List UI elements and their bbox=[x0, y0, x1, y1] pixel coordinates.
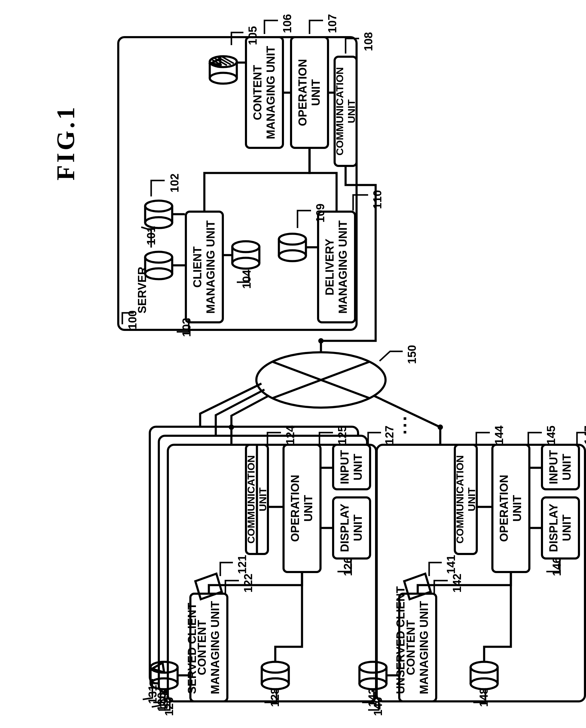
uc-communication-unit: COMMUNICATIONUNIT bbox=[454, 444, 478, 555]
content-managing-unit-label: CONTENTMANAGING UNIT bbox=[251, 46, 277, 139]
ref-110: 110 bbox=[371, 190, 384, 209]
ref-101: 101 bbox=[145, 226, 158, 245]
delivery-managing-unit: DELIVERYMANAGING UNIT bbox=[317, 210, 356, 323]
sc-operation-unit-label: OPERATIONUNIT bbox=[289, 475, 315, 542]
ref-123: 123 bbox=[157, 689, 170, 708]
ref-147: 147 bbox=[582, 426, 586, 445]
ref-102: 102 bbox=[168, 174, 181, 193]
sc-input-unit-label: INPUTUNIT bbox=[338, 450, 365, 484]
svg-point-52 bbox=[437, 424, 443, 430]
uc-input-unit-label: INPUTUNIT bbox=[547, 450, 574, 484]
ref-100: 100 bbox=[126, 310, 139, 329]
uc-content-managing-unit-label: CONTENTMANAGING UNIT bbox=[404, 601, 431, 694]
sc-content-managing-unit: CONTENTMANAGING UNIT bbox=[189, 593, 229, 702]
ref-143: 143 bbox=[366, 688, 379, 707]
content-managing-unit: CONTENTMANAGING UNIT bbox=[245, 36, 284, 149]
ref-104: 104 bbox=[240, 270, 253, 289]
sc-communication-unit-label: COMMUNICATIONUNIT bbox=[245, 455, 269, 544]
ref-105: 105 bbox=[246, 26, 259, 45]
ref-144: 144 bbox=[493, 426, 506, 445]
ref-145: 145 bbox=[545, 426, 558, 445]
ref-124: 124 bbox=[284, 426, 297, 445]
communication-unit: COMMUNICATIONUNIT bbox=[334, 56, 357, 167]
ref-128: 128 bbox=[269, 688, 282, 707]
sc-display-unit-label: DISPLAYUNIT bbox=[338, 504, 365, 552]
diagram-canvas: FIG.1 SERVER CONTENTMANAGING UNIT OPERAT… bbox=[0, 0, 586, 728]
ref-106: 106 bbox=[281, 14, 294, 33]
uc-display-unit: DISPLAYUNIT bbox=[541, 496, 580, 559]
ref-103: 103 bbox=[180, 318, 193, 337]
sc-communication-unit: COMMUNICATIONUNIT bbox=[245, 444, 269, 555]
ref-148: 148 bbox=[478, 688, 490, 707]
svg-point-50 bbox=[318, 338, 324, 344]
ref-146: 146 bbox=[551, 557, 563, 576]
figure-title: FIG.1 bbox=[51, 105, 80, 180]
operation-unit: OPERATIONUNIT bbox=[290, 36, 329, 149]
uc-content-managing-unit: CONTENTMANAGING UNIT bbox=[398, 593, 437, 702]
uc-communication-unit-label: COMMUNICATIONUNIT bbox=[454, 455, 478, 544]
sc-input-unit: INPUTUNIT bbox=[332, 444, 371, 491]
sc-display-unit: DISPLAYUNIT bbox=[332, 496, 371, 559]
uc-input-unit: INPUTUNIT bbox=[541, 444, 580, 491]
uc-operation-unit-label: OPERATIONUNIT bbox=[498, 475, 524, 542]
svg-point-40 bbox=[256, 352, 385, 408]
delivery-managing-unit-label: DELIVERYMANAGING UNIT bbox=[323, 220, 349, 313]
server-title: SERVER bbox=[136, 267, 149, 313]
ref-125: 125 bbox=[336, 426, 349, 445]
ref-107: 107 bbox=[326, 14, 339, 33]
sc-operation-unit: OPERATIONUNIT bbox=[283, 444, 322, 573]
sc-content-managing-unit-label: CONTENTMANAGING UNIT bbox=[196, 601, 222, 694]
operation-unit-label: OPERATIONUNIT bbox=[296, 59, 322, 126]
ref-121: 121 bbox=[236, 555, 249, 574]
ref-122: 122 bbox=[242, 574, 255, 593]
svg-line-41 bbox=[273, 362, 369, 398]
uc-display-unit-label: DISPLAYUNIT bbox=[547, 504, 574, 552]
ref-127: 127 bbox=[383, 426, 396, 445]
ref-109: 109 bbox=[314, 204, 327, 223]
ref-150: 150 bbox=[406, 345, 419, 364]
ref-108: 108 bbox=[362, 32, 375, 51]
ref-126: 126 bbox=[342, 557, 355, 576]
communication-unit-label: COMMUNICATIONUNIT bbox=[334, 67, 357, 155]
svg-line-42 bbox=[273, 362, 369, 398]
client-managing-unit: CLIENTMANAGING UNIT bbox=[185, 210, 224, 323]
ref-141: 141 bbox=[445, 555, 458, 574]
uc-operation-unit: OPERATIONUNIT bbox=[491, 444, 530, 573]
client-managing-unit-label: CLIENTMANAGING UNIT bbox=[191, 220, 217, 313]
ref-142: 142 bbox=[451, 574, 464, 593]
